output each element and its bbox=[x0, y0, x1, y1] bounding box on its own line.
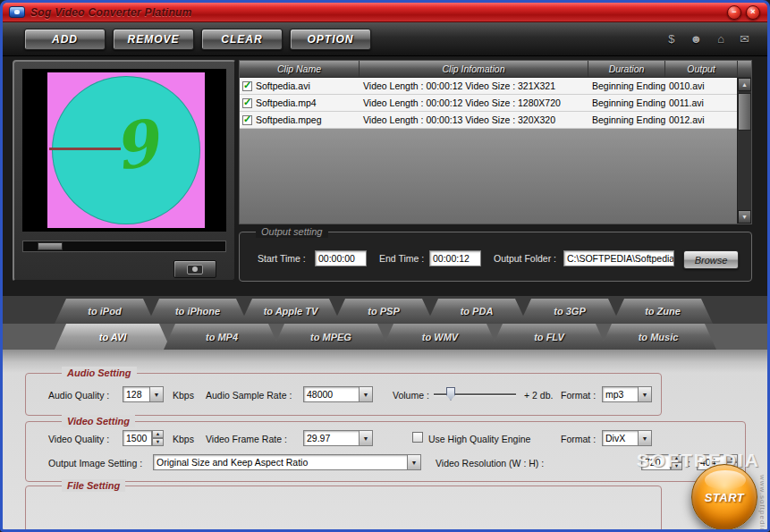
volume-slider-thumb[interactable] bbox=[446, 387, 455, 401]
tab-to-avi[interactable]: to AVI bbox=[55, 324, 171, 350]
clip-name: Softpedia.avi bbox=[256, 80, 310, 91]
seek-bar-thumb[interactable] bbox=[38, 242, 63, 250]
tab-to-pda[interactable]: to PDA bbox=[427, 299, 527, 324]
tab-to-flv[interactable]: to FLV bbox=[491, 324, 607, 350]
tab-to-wmv[interactable]: to WMV bbox=[382, 324, 498, 350]
close-icon: × bbox=[750, 8, 755, 16]
app-icon bbox=[9, 6, 25, 18]
home-icon[interactable]: ⌂ bbox=[717, 33, 724, 45]
chevron-down-icon[interactable] bbox=[359, 386, 373, 402]
start-button-label: START bbox=[705, 491, 745, 504]
Softpedia.mp4[interactable]: Softpedia.mp4 Video Length : 00:00:12 Vi… bbox=[240, 95, 738, 112]
softpedia-watermark: SOFTPEDIA bbox=[637, 450, 760, 471]
remove-button[interactable]: REMOVE bbox=[113, 29, 194, 50]
video-format-select[interactable]: DivX bbox=[602, 430, 652, 446]
mail-icon[interactable]: ✉ bbox=[740, 33, 749, 45]
table-header-cell[interactable]: Clip Infomation bbox=[360, 61, 588, 77]
minimize-button[interactable]: − bbox=[727, 5, 741, 20]
window-controls: − × bbox=[727, 5, 767, 20]
tab-to-mp4[interactable]: to MP4 bbox=[164, 324, 280, 350]
spin-down-icon[interactable] bbox=[152, 438, 164, 446]
video-quality-value: 1500 bbox=[123, 430, 152, 446]
video-setting-row1: Video Quality : 1500 Kbps Video Frame Ra… bbox=[26, 430, 745, 448]
chevron-down-icon[interactable] bbox=[638, 386, 652, 402]
start-time-input[interactable]: 00:00:00 bbox=[315, 250, 367, 266]
clock-face: 9 bbox=[52, 76, 200, 224]
clip-duration: Beginning Ending bbox=[588, 114, 665, 125]
scroll-down-icon: ▼ bbox=[741, 214, 748, 220]
spin-up-icon[interactable] bbox=[152, 430, 164, 438]
video-format-label: Format : bbox=[561, 434, 596, 444]
title-bar: Sog Video Converter Platinum − × bbox=[3, 3, 767, 22]
volume-slider[interactable] bbox=[434, 386, 516, 402]
chevron-down-icon[interactable] bbox=[359, 430, 373, 446]
clip-duration: Beginning Ending bbox=[588, 80, 665, 91]
snapshot-button[interactable] bbox=[173, 260, 216, 278]
toolbar: ADD REMOVE CLEAR OPTION $ ☻ bbox=[3, 22, 767, 56]
frame-rate-select[interactable]: 29.97 bbox=[303, 430, 373, 446]
minimize-icon: − bbox=[732, 8, 736, 16]
dollar-icon[interactable]: $ bbox=[668, 33, 674, 45]
Softpedia.mpeg[interactable]: Softpedia.mpeg Video Length : 00:00:13 V… bbox=[240, 112, 738, 129]
chevron-down-icon[interactable] bbox=[407, 454, 421, 470]
clear-button[interactable]: CLEAR bbox=[201, 29, 283, 50]
output-setting-row: Start Time : 00:00:00 End Time : 00:00:1… bbox=[240, 250, 751, 268]
clip-info: Video Length : 00:00:13 Video Size : 320… bbox=[360, 114, 588, 125]
option-button[interactable]: OPTION bbox=[290, 29, 371, 50]
chevron-down-icon[interactable] bbox=[149, 386, 164, 402]
row-checkbox[interactable] bbox=[242, 98, 252, 108]
tab-label: to PDA bbox=[461, 306, 494, 317]
chevron-down-icon[interactable] bbox=[638, 430, 652, 446]
tab-to-zune[interactable]: to Zune bbox=[613, 299, 713, 324]
output-folder-input[interactable]: C:\SOFTPEDIA\SoftpediaT bbox=[563, 250, 674, 266]
tab-to-iphone[interactable]: to iPhone bbox=[148, 299, 248, 324]
audio-format-select[interactable]: mp3 bbox=[602, 386, 652, 402]
toolbar-buttons: ADD REMOVE CLEAR OPTION bbox=[24, 29, 371, 50]
toolbar-button-label: CLEAR bbox=[221, 33, 262, 46]
video-setting-title: Video Setting bbox=[62, 415, 135, 427]
file-setting-title: File Setting bbox=[62, 479, 125, 492]
tab-to-mpeg[interactable]: to MPEG bbox=[273, 324, 389, 350]
audio-quality-select[interactable]: 128 bbox=[123, 386, 164, 402]
end-time-input[interactable]: 00:00:12 bbox=[429, 250, 481, 266]
close-button[interactable]: × bbox=[746, 5, 760, 20]
output-setting-group: Output setting Start Time : 00:00:00 End… bbox=[239, 232, 752, 282]
tab-label: to Zune bbox=[645, 306, 681, 317]
table-header-cell[interactable]: Clip Name bbox=[240, 61, 360, 77]
volume-label: Volume : bbox=[393, 390, 429, 401]
audio-setting-title: Audio Setting bbox=[62, 367, 137, 379]
tab-label: to 3GP bbox=[554, 306, 585, 317]
tab-label: to iPod bbox=[88, 306, 121, 317]
scroll-down-button[interactable]: ▼ bbox=[738, 210, 751, 224]
row-checkbox[interactable] bbox=[242, 81, 252, 91]
table-header-cell[interactable]: Output bbox=[665, 61, 738, 77]
tab-to-ipod[interactable]: to iPod bbox=[55, 299, 155, 324]
scrollbar-thumb[interactable] bbox=[738, 93, 751, 131]
toolbar-button-label: OPTION bbox=[307, 33, 353, 46]
seek-bar[interactable] bbox=[22, 241, 226, 252]
table-header-cell[interactable]: Duration bbox=[588, 61, 665, 77]
tab-label: to WMV bbox=[422, 332, 458, 342]
image-setting-select[interactable]: Original Size and Keep Aspect Ratio bbox=[153, 454, 421, 470]
user-icon[interactable]: ☻ bbox=[690, 33, 703, 45]
Softpedia.avi[interactable]: Softpedia.avi Video Length : 00:00:12 Vi… bbox=[240, 78, 738, 95]
add-button[interactable]: ADD bbox=[24, 29, 106, 50]
tab-to-music[interactable]: to Music bbox=[600, 324, 716, 350]
start-button[interactable]: START bbox=[691, 464, 757, 530]
video-quality-label: Video Quality : bbox=[48, 434, 109, 444]
row-checkbox[interactable] bbox=[242, 115, 252, 125]
video-quality-spinner[interactable]: 1500 bbox=[123, 430, 164, 446]
tab-to-psp[interactable]: to PSP bbox=[334, 299, 434, 324]
high-quality-checkbox[interactable] bbox=[412, 432, 423, 443]
browse-button[interactable]: Browse bbox=[683, 250, 739, 269]
table-scrollbar[interactable]: ▲ ▼ bbox=[737, 78, 751, 224]
sample-rate-select[interactable]: 48000 bbox=[303, 386, 373, 402]
frame-rate-label: Video Frame Rate : bbox=[206, 434, 287, 444]
end-time-label: End Time : bbox=[379, 253, 424, 264]
audio-format-label: Format : bbox=[561, 390, 596, 401]
tab-to-3gp[interactable]: to 3GP bbox=[520, 299, 620, 324]
scroll-up-button[interactable]: ▲ bbox=[738, 78, 751, 91]
clip-name-cell: Softpedia.mpeg bbox=[240, 114, 360, 125]
toolbar-button-label: ADD bbox=[52, 33, 78, 46]
tab-to-apple-tv[interactable]: to Apple TV bbox=[241, 299, 341, 324]
